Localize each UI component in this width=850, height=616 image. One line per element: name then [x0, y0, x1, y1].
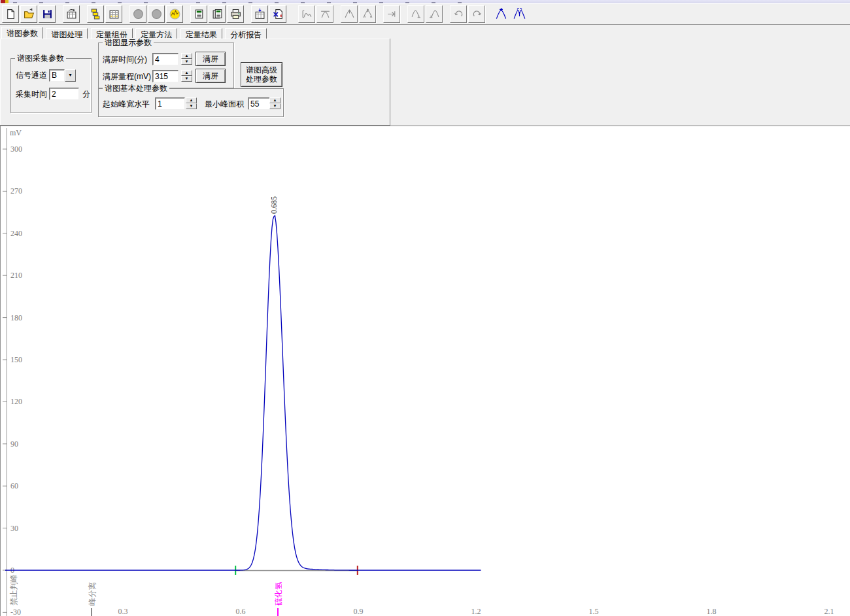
fullscreen-time-label: 满屏时间(分) [103, 55, 147, 64]
sample-grid-button[interactable] [105, 5, 122, 23]
svg-text:150: 150 [10, 355, 22, 364]
method-notes-button[interactable] [87, 5, 104, 23]
signal-ball-button[interactable] [166, 5, 183, 23]
svg-text:1.8: 1.8 [707, 607, 717, 616]
svg-text:60: 60 [10, 481, 18, 490]
signal-channel-label: 信号通道 [16, 71, 47, 80]
svg-text:270: 270 [10, 186, 22, 196]
fullscreen-range-spinner[interactable]: ▲▼ [181, 70, 192, 82]
svg-text:30: 30 [10, 524, 18, 533]
min-area-spinner[interactable]: ▲▼ [269, 97, 280, 109]
chromatogram-plot: mV3002702402101801501209060300-300.30.60… [0, 126, 850, 616]
min-area-label: 最小峰面积 [205, 99, 244, 109]
fullscreen-range-button[interactable]: 满屏 [196, 69, 226, 83]
spectrum-parameters-panel: 谱图采集参数 信号通道 B ▼ 采集时间 分 谱图显示参数 满屏时间(分) ▲▼… [0, 39, 390, 126]
svg-text:硫化氢: 硫化氢 [274, 582, 283, 606]
fullscreen-time-spinner[interactable]: ▲▼ [181, 53, 192, 65]
spin-up-icon[interactable]: ▲ [269, 97, 280, 103]
svg-text:210: 210 [10, 271, 22, 280]
svg-text:300: 300 [10, 145, 22, 154]
chevron-down-icon[interactable]: ▼ [65, 69, 76, 82]
fullscreen-time-input[interactable] [152, 53, 178, 65]
peak-label-a-button [407, 5, 424, 23]
svg-text:禁止判峰: 禁止判峰 [9, 574, 18, 606]
svg-text:1.2: 1.2 [471, 607, 481, 616]
svg-text:1.5: 1.5 [589, 607, 599, 616]
svg-text:2.1: 2.1 [824, 607, 834, 616]
acquisition-groupbox: 谱图采集参数 信号通道 B ▼ 采集时间 分 [10, 58, 92, 113]
acquisition-group-title: 谱图采集参数 [15, 54, 66, 63]
open-folder-button[interactable] [20, 5, 37, 23]
spin-down-icon[interactable]: ▼ [269, 103, 280, 109]
report-grid-button[interactable] [63, 5, 80, 23]
main-toolbar [0, 3, 850, 25]
svg-text:0.6: 0.6 [236, 607, 246, 616]
svg-text:180: 180 [10, 313, 22, 322]
chromatogram-area: mV3002702402101801501209060300-300.30.60… [0, 126, 850, 616]
curve-zoom-b-button [316, 5, 333, 23]
svg-text:mV: mV [10, 128, 22, 137]
signal-channel-value: B [49, 69, 65, 82]
svg-text:0.9: 0.9 [354, 607, 364, 616]
baseline-to-end-button [383, 5, 400, 23]
spin-down-icon[interactable]: ▼ [186, 103, 197, 109]
spin-up-icon[interactable]: ▲ [186, 97, 197, 103]
peak-label-b-button [426, 5, 443, 23]
basic-processing-groupbox: 谱图基本处理参数 起始峰宽水平 ▲▼ 最小峰面积 ▲▼ [98, 88, 284, 117]
fullscreen-range-input[interactable] [152, 70, 178, 82]
fullscreen-range-label: 满屏量程(mV) [103, 72, 151, 81]
peak-width-spinner[interactable]: ▲▼ [186, 97, 197, 109]
peak-mark-a-button [341, 5, 358, 23]
manual-peak-cross-button[interactable] [492, 5, 509, 23]
svg-text:90: 90 [10, 439, 18, 449]
spin-down-icon[interactable]: ▼ [181, 76, 192, 82]
printer-button[interactable] [227, 5, 244, 23]
basic-group-title: 谱图基本处理参数 [103, 84, 169, 93]
acq-time-label: 采集时间 [16, 90, 47, 99]
tab-bar: 谱图参数 谱图处理 定量组份 定量方法 定量结果 分析报告 [0, 26, 850, 39]
new-document-button[interactable] [2, 5, 19, 23]
redo-button [468, 5, 485, 23]
peak-width-input[interactable] [155, 97, 185, 110]
svg-text:120: 120 [10, 397, 22, 406]
svg-text:-30: -30 [10, 607, 21, 616]
acq-time-unit: 分 [82, 90, 90, 99]
page-discard-button[interactable] [269, 5, 286, 23]
table-import-button[interactable] [251, 5, 268, 23]
svg-text:峰分离: 峰分离 [88, 582, 97, 606]
advanced-button-line1: 谱图高级 [246, 65, 277, 75]
svg-text:240: 240 [10, 229, 22, 238]
advanced-button-line2: 处理参数 [246, 75, 277, 84]
spin-down-icon[interactable]: ▼ [181, 59, 192, 65]
save-button[interactable] [39, 5, 56, 23]
peak-mark-b-button [359, 5, 376, 23]
curve-zoom-a-button [298, 5, 315, 23]
spin-up-icon[interactable]: ▲ [181, 70, 192, 76]
manual-peak-split-button[interactable] [511, 5, 528, 23]
signal-channel-combo[interactable]: B ▼ [49, 69, 76, 82]
fullscreen-time-button[interactable]: 满屏 [196, 52, 226, 66]
calculator-multi-button[interactable] [209, 5, 226, 23]
peak-width-label: 起始峰宽水平 [103, 99, 150, 109]
svg-text:0.685: 0.685 [269, 196, 279, 214]
display-group-title: 谱图显示参数 [103, 38, 154, 47]
display-groupbox: 谱图显示参数 满屏时间(分) ▲▼ 满屏 满屏量程(mV) ▲▼ 满屏 [98, 43, 234, 88]
pause-circle-button[interactable] [148, 5, 165, 23]
advanced-processing-button[interactable]: 谱图高级 处理参数 [241, 62, 282, 87]
stop-circle-button[interactable] [129, 5, 146, 23]
tab-content-background [390, 39, 850, 125]
svg-text:0.3: 0.3 [118, 607, 128, 616]
acq-time-input[interactable] [49, 88, 79, 100]
undo-button [450, 5, 467, 23]
spin-up-icon[interactable]: ▲ [181, 53, 192, 59]
calculator-button[interactable] [190, 5, 207, 23]
